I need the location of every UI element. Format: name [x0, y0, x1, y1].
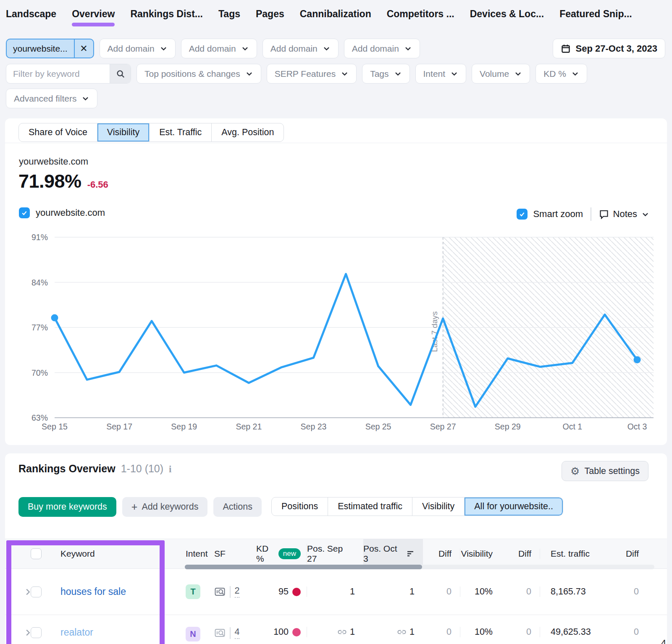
- header-est-traffic[interactable]: Est. traffic: [540, 549, 604, 559]
- add-domain-dropdown-1[interactable]: Add domain: [100, 39, 176, 58]
- pos-oct3-cell: 1: [363, 586, 423, 597]
- nav-tab-overview[interactable]: Overview: [72, 8, 115, 20]
- keyword-link[interactable]: realator: [60, 627, 93, 638]
- remove-domain-icon[interactable]: ✕: [74, 39, 93, 58]
- keyword-filter-row: Top positions & changes SERP Features Ta…: [6, 64, 587, 84]
- keyword-filter-input[interactable]: [6, 64, 110, 83]
- header-diff-traffic[interactable]: Diff: [604, 549, 650, 559]
- header-diff-pos[interactable]: Diff: [423, 549, 460, 559]
- advanced-filters-dropdown[interactable]: Advanced filters: [6, 89, 97, 108]
- tags-filter-dropdown[interactable]: Tags: [362, 64, 410, 84]
- serp-features-cell: 4: [203, 627, 253, 639]
- plus-icon: +: [131, 502, 138, 512]
- actions-button[interactable]: Actions: [213, 497, 262, 517]
- header-keyword-label: Keyword: [60, 549, 95, 559]
- chart-metric-tabs: Share of Voice Visibility Est. Traffic A…: [18, 123, 284, 142]
- add-domain-dropdown-4[interactable]: Add domain: [344, 39, 420, 58]
- header-visibility[interactable]: Visibility: [460, 549, 501, 559]
- tab-visibility[interactable]: Visibility: [97, 123, 149, 141]
- gear-icon: ⚙: [570, 466, 580, 476]
- add-domain-dropdown-2[interactable]: Add domain: [181, 39, 257, 58]
- volume-filter-dropdown[interactable]: Volume: [472, 64, 530, 84]
- nav-tab-pages[interactable]: Pages: [256, 8, 284, 20]
- header-pos-oct3-sorted[interactable]: Pos. Oct 3: [363, 539, 423, 568]
- smart-zoom-checkbox[interactable]: [517, 209, 528, 220]
- position-value: 1: [410, 586, 415, 597]
- tab-est-traffic[interactable]: Est. Traffic: [149, 123, 211, 141]
- diff-value: 0: [634, 627, 639, 637]
- date-range-picker[interactable]: Sep 27-Oct 3, 2023: [553, 39, 665, 58]
- divider: [230, 586, 231, 598]
- header-diff-visibility[interactable]: Diff: [501, 549, 540, 559]
- tab-avg-position[interactable]: Avg. Position: [211, 123, 284, 141]
- nav-tab-devices-locations[interactable]: Devices & Loc...: [470, 8, 544, 20]
- add-keywords-button[interactable]: + Add keywords: [122, 497, 208, 517]
- nav-tab-label: Cannibalization: [300, 8, 371, 19]
- header-label: Est. traffic: [551, 549, 590, 559]
- header-label: Diff: [626, 549, 639, 559]
- nav-tab-featured-snippets[interactable]: Featured Snip...: [559, 8, 632, 20]
- dropdown-label: KD %: [543, 69, 566, 79]
- horizontal-scrollbar[interactable]: [185, 565, 654, 569]
- chevron-down-icon: [571, 70, 579, 78]
- kd-filter-dropdown[interactable]: KD %: [536, 64, 587, 84]
- nav-tab-tags[interactable]: Tags: [218, 8, 240, 20]
- intent-badge[interactable]: N: [186, 627, 200, 641]
- info-icon[interactable]: i: [169, 464, 171, 475]
- intent-badge[interactable]: T: [186, 584, 200, 599]
- kd-value: 100: [273, 627, 289, 637]
- nav-tab-rankings-distribution[interactable]: Rankings Dist...: [130, 8, 203, 20]
- table-row: houses for sale T 2 95 1 1 0 10% 0 8,165…: [5, 569, 667, 615]
- position-tracking-page: { "nav": { "tabs": [ {"label": "Landscap…: [0, 0, 672, 644]
- select-all-checkbox[interactable]: [31, 548, 42, 559]
- view-tab-visibility[interactable]: Visibility: [412, 497, 464, 516]
- table-settings-button[interactable]: ⚙ Table settings: [562, 461, 648, 481]
- new-badge: new: [278, 548, 301, 559]
- smart-zoom-toggle[interactable]: Smart zoom: [517, 209, 583, 220]
- horizontal-scrollbar-thumb[interactable]: [185, 565, 422, 569]
- add-domain-dropdown-3[interactable]: Add domain: [262, 39, 339, 58]
- dropdown-label: Intent: [423, 69, 446, 79]
- header-sf[interactable]: SF: [203, 549, 253, 559]
- position-value: 1: [410, 627, 415, 637]
- view-tab-all-for-domain[interactable]: All for yourwebsite..: [464, 497, 563, 516]
- domain-legend-checkbox[interactable]: [19, 207, 30, 218]
- svg-text:77%: 77%: [32, 323, 48, 332]
- header-label: Visibility: [461, 549, 493, 559]
- expand-row-icon[interactable]: [23, 587, 32, 597]
- divider: [591, 207, 591, 221]
- sf-count[interactable]: 4: [235, 627, 240, 639]
- buy-more-keywords-button[interactable]: Buy more keywords: [18, 497, 116, 517]
- header-intent[interactable]: Intent: [165, 549, 203, 559]
- rankings-range-label: 1-10 (10): [121, 463, 163, 475]
- keyword-link[interactable]: houses for sale: [60, 586, 126, 597]
- nav-tab-competitors[interactable]: Competitors ...: [387, 8, 454, 20]
- diff-traffic-cell: 0: [604, 586, 650, 597]
- intent-filter-dropdown[interactable]: Intent: [415, 64, 467, 84]
- search-button[interactable]: [110, 64, 131, 83]
- dropdown-label: Top positions & changes: [144, 69, 240, 79]
- legend-domain-label: yourwebsite.com: [36, 207, 105, 218]
- view-tab-estimated-traffic[interactable]: Estimated traffic: [328, 497, 412, 516]
- serp-feature-icon: [214, 627, 226, 639]
- tab-share-of-voice[interactable]: Share of Voice: [19, 123, 97, 141]
- tab-label: Visibility: [107, 127, 139, 137]
- notes-dropdown[interactable]: Notes: [599, 209, 649, 220]
- diff-value: 0: [634, 586, 639, 597]
- nav-tab-cannibalization[interactable]: Cannibalization: [300, 8, 371, 20]
- divider: [230, 627, 231, 639]
- header-pos-sep27[interactable]: Pos. Sep 27: [307, 544, 363, 564]
- nav-tab-landscape[interactable]: Landscape: [6, 8, 56, 20]
- selected-domain-chip[interactable]: yourwebsite... ✕: [6, 39, 94, 58]
- buy-more-keywords-label: Buy more keywords: [28, 502, 107, 512]
- sf-count[interactable]: 2: [235, 586, 240, 598]
- serp-features-filter-dropdown[interactable]: SERP Features: [267, 64, 357, 84]
- top-positions-filter-dropdown[interactable]: Top positions & changes: [136, 64, 261, 84]
- visibility-chart[interactable]: 91%84%77%70%63%Last 7 daysSep 15Sep 17Se…: [5, 225, 660, 432]
- header-kd[interactable]: KD % new: [253, 544, 307, 564]
- calendar-icon: [561, 44, 571, 54]
- view-tab-positions[interactable]: Positions: [272, 497, 328, 516]
- expand-row-icon[interactable]: [23, 628, 32, 637]
- chevron-down-icon: [341, 70, 349, 78]
- diff-value: 0: [526, 586, 531, 597]
